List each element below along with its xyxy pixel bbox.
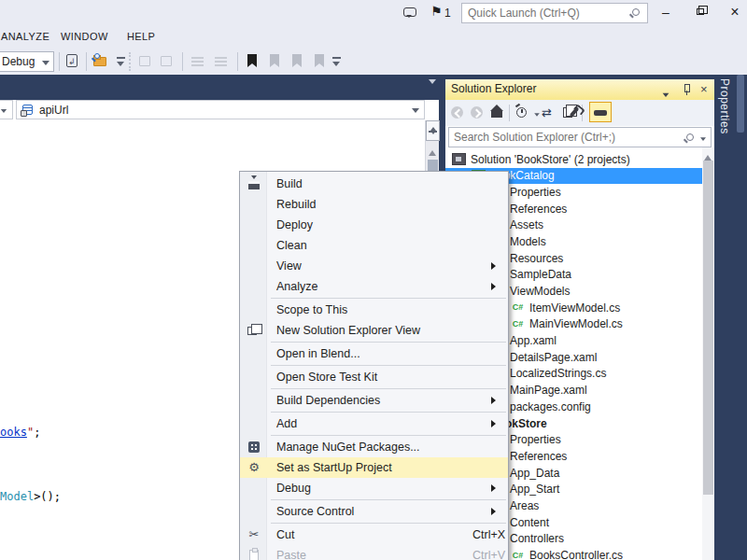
menu-item-debug[interactable]: Debug bbox=[240, 478, 508, 498]
document-arrow-glyph bbox=[66, 54, 78, 67]
solution-explorer-toolbar: ⇄ bbox=[445, 100, 714, 126]
menu-help[interactable]: HELP bbox=[127, 31, 155, 42]
restore-button[interactable] bbox=[687, 0, 715, 24]
back-button bbox=[450, 105, 467, 121]
members-dropdown[interactable]: apiUrl bbox=[16, 100, 425, 119]
minimize-button[interactable]: – bbox=[652, 0, 680, 24]
tree-vertical-scrollbar[interactable] bbox=[702, 147, 714, 560]
chevron-down-icon[interactable] bbox=[534, 113, 540, 119]
close-icon[interactable]: × bbox=[700, 84, 708, 95]
search-icon bbox=[686, 133, 694, 141]
menu-item-source-control[interactable]: Source Control bbox=[240, 501, 508, 522]
build-icon bbox=[247, 176, 261, 191]
decrease-indent-icon bbox=[190, 53, 206, 70]
scrollbar-thumb[interactable] bbox=[703, 161, 713, 495]
menu-item-manage-nuget-packages[interactable]: Manage NuGet Packages... bbox=[240, 437, 508, 457]
menu-item-build[interactable]: Build bbox=[240, 174, 508, 194]
quick-launch-input[interactable] bbox=[468, 5, 617, 21]
solution-explorer-search-input[interactable] bbox=[454, 130, 669, 145]
menu-item-label: Open in Blend... bbox=[276, 343, 360, 364]
menu-item-label: New Solution Explorer View bbox=[276, 320, 420, 341]
close-button[interactable]: × bbox=[721, 0, 747, 24]
paste-icon bbox=[247, 548, 261, 560]
pending-changes-filter-button[interactable] bbox=[514, 105, 531, 121]
menu-item-label: Debug bbox=[276, 478, 311, 498]
tree-item-solution-bookstore-2-projects[interactable]: Solution 'BookStore' (2 projects) bbox=[445, 151, 714, 168]
clear-bookmarks-icon bbox=[311, 53, 328, 70]
tree-item-label: DetailsPage.xaml bbox=[510, 351, 597, 364]
toolbar-overflow-button[interactable] bbox=[117, 57, 125, 68]
menu-item-label: Open Store Test Kit bbox=[276, 367, 377, 387]
scroll-up-arrow[interactable] bbox=[429, 147, 436, 156]
preview-icon bbox=[594, 110, 607, 116]
solution-explorer-search-box[interactable] bbox=[448, 127, 712, 147]
tree-item-label: Content bbox=[510, 516, 549, 529]
menu-separator bbox=[271, 298, 506, 299]
menu-item-cut[interactable]: ✂CutCtrl+X bbox=[240, 525, 508, 545]
home-button[interactable] bbox=[489, 105, 506, 121]
tree-item-label: packages.config bbox=[510, 400, 591, 413]
menu-item-analyze[interactable]: Analyze bbox=[240, 276, 508, 297]
disabled-tool-icon bbox=[159, 53, 176, 70]
autohide-tab-indicator bbox=[737, 75, 744, 133]
tree-item-label: Models bbox=[510, 235, 546, 248]
menu-item-scope-to-this[interactable]: Scope to This bbox=[240, 300, 508, 320]
previous-bookmark-icon bbox=[266, 53, 283, 70]
menu-item-rebuild[interactable]: Rebuild bbox=[240, 194, 508, 215]
properties-button[interactable] bbox=[565, 105, 582, 121]
tree-item-label: ViewModels bbox=[510, 285, 570, 298]
tree-item-label: Properties bbox=[510, 186, 561, 199]
document-well-dropdown[interactable] bbox=[429, 84, 436, 101]
quick-launch-box[interactable] bbox=[461, 3, 648, 23]
menu-item-view[interactable]: View bbox=[240, 256, 508, 276]
menu-window[interactable]: WINDOW bbox=[61, 31, 108, 42]
menu-separator bbox=[271, 365, 506, 366]
tree-item-label: Controllers bbox=[510, 532, 564, 545]
chevron-down-icon[interactable] bbox=[700, 137, 706, 144]
new-solution-explorer-view-icon bbox=[247, 323, 261, 338]
editor-splitter-handle[interactable] bbox=[426, 120, 440, 141]
menu-item-label: Add bbox=[276, 413, 297, 434]
menu-separator bbox=[271, 523, 506, 524]
menu-item-clean[interactable]: Clean bbox=[240, 235, 508, 256]
pin-icon[interactable] bbox=[683, 84, 690, 95]
tree-item-label: Areas bbox=[510, 499, 539, 512]
menu-item-add[interactable]: Add bbox=[240, 413, 508, 434]
feedback-icon[interactable] bbox=[403, 7, 416, 17]
properties-autohide-tab[interactable]: Properties bbox=[718, 78, 731, 134]
solution-configuration-combo[interactable]: Debug bbox=[0, 51, 54, 72]
menubar: ANALYZE WINDOW HELP bbox=[0, 26, 747, 49]
menu-item-label: Manage NuGet Packages... bbox=[276, 437, 420, 457]
toolbar-grip[interactable] bbox=[129, 52, 131, 71]
tree-item-label: App.xaml bbox=[510, 334, 557, 347]
cut-icon: ✂ bbox=[247, 527, 261, 542]
toolbar-overflow-button[interactable] bbox=[332, 57, 341, 68]
menu-item-set-as-startup-project[interactable]: ⚙Set as StartUp Project bbox=[240, 457, 508, 478]
menu-item-open-in-blend[interactable]: Open in Blend... bbox=[240, 343, 508, 364]
notifications-flag-icon[interactable]: ⚑ bbox=[430, 4, 443, 19]
tree-item-label: ItemViewModel.cs bbox=[529, 301, 620, 315]
menu-item-open-store-test-kit[interactable]: Open Store Test Kit bbox=[240, 367, 508, 387]
submenu-arrow-icon bbox=[491, 484, 500, 492]
menu-analyze[interactable]: ANALYZE bbox=[1, 31, 49, 42]
types-dropdown[interactable] bbox=[0, 100, 13, 119]
increase-indent-icon bbox=[213, 53, 230, 70]
menu-item-label: Deploy bbox=[276, 215, 313, 235]
document-navigate-icon[interactable] bbox=[64, 53, 81, 70]
find-in-files-icon[interactable] bbox=[92, 53, 109, 70]
submenu-arrow-icon bbox=[491, 397, 500, 404]
menu-item-new-solution-explorer-view[interactable]: New Solution Explorer View bbox=[240, 320, 508, 341]
preview-selected-items-toggle[interactable] bbox=[589, 102, 612, 122]
sync-with-active-document-button[interactable]: ⇄ bbox=[542, 105, 558, 121]
next-bookmark-icon bbox=[289, 53, 305, 70]
tree-item-label: Solution 'BookStore' (2 projects) bbox=[471, 153, 630, 166]
scroll-up-arrow[interactable] bbox=[704, 151, 712, 161]
tree-item-label: SampleData bbox=[510, 268, 571, 281]
toggle-bookmark-icon[interactable] bbox=[244, 53, 261, 70]
menu-item-deploy[interactable]: Deploy bbox=[240, 215, 508, 235]
toolbar-separator bbox=[182, 52, 183, 71]
menu-item-label: Paste bbox=[276, 545, 306, 560]
menu-item-build-dependencies[interactable]: Build Dependencies bbox=[240, 390, 508, 411]
menu-item-label: Source Control bbox=[276, 501, 354, 522]
solution-explorer-titlebar[interactable]: Solution Explorer × bbox=[445, 79, 714, 100]
